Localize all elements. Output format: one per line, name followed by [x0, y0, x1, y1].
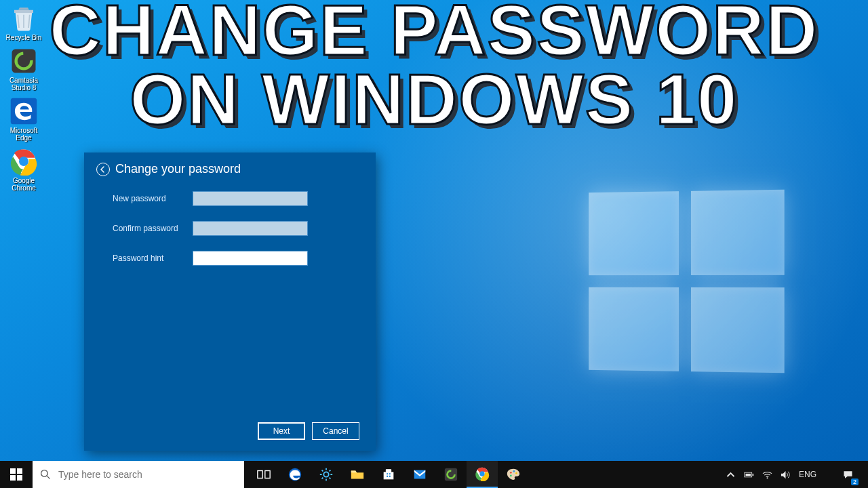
svg-rect-12 [258, 471, 262, 479]
confirm-password-label: Confirm password [113, 224, 193, 233]
taskbar-edge[interactable] [279, 461, 311, 488]
password-hint-input[interactable] [193, 251, 308, 266]
battery-icon [744, 470, 754, 480]
svg-point-20 [479, 471, 484, 476]
taskbar-store[interactable] [373, 461, 404, 488]
action-center-button[interactable]: 2 [833, 461, 863, 488]
back-button[interactable] [96, 163, 110, 176]
tray-battery[interactable] [744, 470, 754, 480]
wifi-icon [762, 470, 772, 480]
folder-icon [350, 467, 365, 482]
svg-rect-9 [17, 475, 22, 481]
next-button[interactable]: Next [258, 422, 305, 440]
taskbar-paint[interactable] [498, 461, 529, 488]
arrow-left-icon [100, 166, 106, 173]
svg-point-22 [513, 470, 515, 472]
svg-rect-27 [745, 473, 751, 475]
desktop-icon-label: Camtasia Studio 8 [3, 77, 45, 92]
tray-expand[interactable] [726, 470, 736, 480]
speaker-icon [781, 470, 791, 480]
mail-icon [412, 467, 427, 482]
cancel-button[interactable]: Cancel [312, 422, 359, 440]
desktop-icon-edge[interactable]: Microsoft Edge [3, 97, 45, 142]
search-input[interactable] [58, 461, 244, 488]
store-icon [381, 467, 396, 482]
new-password-input[interactable] [193, 191, 308, 206]
tutorial-title-overlay: CHANGE PASSWORD ON WINDOWS 10 [0, 0, 868, 134]
svg-rect-6 [10, 468, 16, 474]
svg-point-24 [510, 474, 512, 476]
svg-rect-7 [17, 468, 22, 474]
taskbar-pinned-apps [248, 461, 529, 488]
desktop-icon-label: Recycle Bin [3, 34, 45, 41]
desktop-icon-label: Google Chrome [3, 177, 45, 192]
camtasia-icon [9, 47, 38, 75]
svg-rect-8 [10, 475, 16, 481]
chevron-up-icon [726, 470, 736, 480]
change-password-dialog: Change your password New password Confir… [84, 152, 376, 451]
taskbar-mail[interactable] [404, 461, 435, 488]
tray-volume[interactable] [781, 470, 791, 480]
taskbar: ENG 2 [0, 461, 868, 488]
chrome-icon [475, 466, 490, 481]
svg-rect-26 [752, 473, 753, 475]
desktop-icons-column: Recycle Bin Camtasia Studio 8 Microsoft … [3, 4, 45, 197]
recycle-bin-icon [9, 4, 38, 33]
dialog-title: Change your password [115, 162, 241, 176]
password-hint-label: Password hint [113, 253, 193, 263]
taskbar-chrome[interactable] [467, 461, 498, 488]
svg-rect-13 [265, 471, 270, 479]
task-view-button[interactable] [248, 461, 279, 488]
svg-line-11 [47, 476, 50, 479]
edge-icon [288, 467, 302, 482]
desktop-icon-camtasia[interactable]: Camtasia Studio 8 [3, 47, 45, 92]
system-tray: ENG 2 [720, 461, 868, 488]
tray-language[interactable]: ENG [799, 470, 816, 479]
wallpaper-windows-logo [589, 190, 784, 373]
search-icon [33, 469, 58, 480]
camtasia-icon [443, 467, 458, 482]
desktop-icon-chrome[interactable]: Google Chrome [3, 147, 45, 192]
svg-point-28 [767, 477, 768, 479]
windows-start-icon [10, 468, 22, 481]
task-view-icon [256, 467, 271, 482]
new-password-label: New password [113, 194, 193, 203]
svg-point-15 [323, 472, 328, 476]
taskbar-fileexplorer[interactable] [342, 461, 373, 488]
confirm-password-input[interactable] [193, 221, 308, 236]
tray-wifi[interactable] [762, 470, 772, 480]
svg-point-21 [510, 472, 512, 474]
desktop-icon-label: Microsoft Edge [3, 127, 45, 142]
start-button[interactable] [0, 461, 33, 488]
svg-point-10 [41, 470, 48, 477]
svg-point-23 [515, 472, 517, 474]
edge-icon [9, 97, 38, 125]
palette-icon [506, 467, 521, 482]
taskbar-settings[interactable] [311, 461, 342, 488]
desktop-icon-recycle-bin[interactable]: Recycle Bin [3, 4, 45, 41]
notification-badge: 2 [851, 479, 859, 485]
chrome-icon [9, 147, 38, 176]
taskbar-camtasia[interactable] [435, 461, 467, 488]
gear-icon [319, 467, 334, 482]
taskbar-search[interactable] [33, 461, 244, 488]
